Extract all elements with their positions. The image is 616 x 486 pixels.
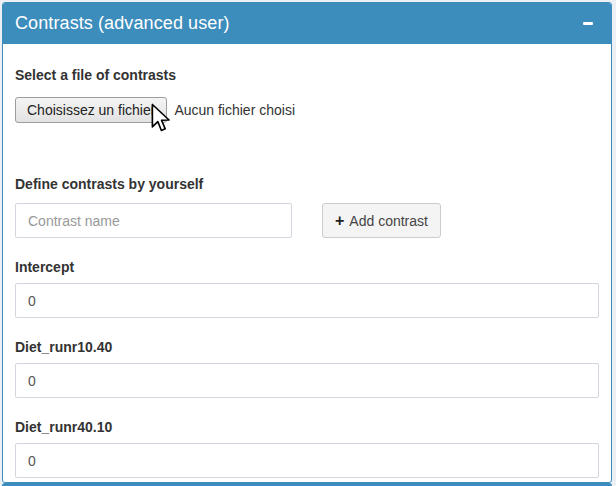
add-contrast-button-label: Add contrast (349, 213, 428, 229)
contrast-field-input[interactable] (15, 283, 599, 318)
minus-icon (583, 22, 593, 25)
file-section-label: Select a file of contrasts (15, 67, 599, 83)
contrast-name-input[interactable] (15, 203, 292, 238)
contrast-field-diet-runr10-40: Diet_runr10.40 (15, 339, 599, 398)
file-status-text: Aucun fichier choisi (174, 102, 295, 118)
contrast-field-intercept: Intercept (15, 259, 599, 318)
contrast-field-label: Diet_runr40.10 (15, 419, 599, 435)
panel-body: Select a file of contrasts Choisissez un… (3, 44, 611, 478)
page: { "page": { "accent_color": "#3c8dbc", "… (0, 0, 616, 486)
contrast-field-input[interactable] (15, 363, 599, 398)
collapse-button[interactable] (577, 13, 599, 35)
panel-header: Contrasts (advanced user) (3, 3, 611, 44)
contrast-field-label: Diet_runr10.40 (15, 339, 599, 355)
contrast-field-input[interactable] (15, 443, 599, 478)
panel-title: Contrasts (advanced user) (15, 13, 230, 34)
contrasts-panel: Contrasts (advanced user) Select a file … (2, 2, 612, 483)
plus-icon: + (335, 213, 344, 229)
define-section-label: Define contrasts by yourself (15, 176, 599, 192)
contrast-field-diet-runr40-10: Diet_runr40.10 (15, 419, 599, 478)
add-contrast-button[interactable]: + Add contrast (322, 203, 441, 238)
define-contrast-row: + Add contrast (15, 203, 599, 238)
contrast-field-label: Intercept (15, 259, 599, 275)
file-choose-button[interactable]: Choisissez un fichier (15, 97, 167, 123)
file-input: Choisissez un fichier Aucun fichier choi… (15, 97, 599, 123)
